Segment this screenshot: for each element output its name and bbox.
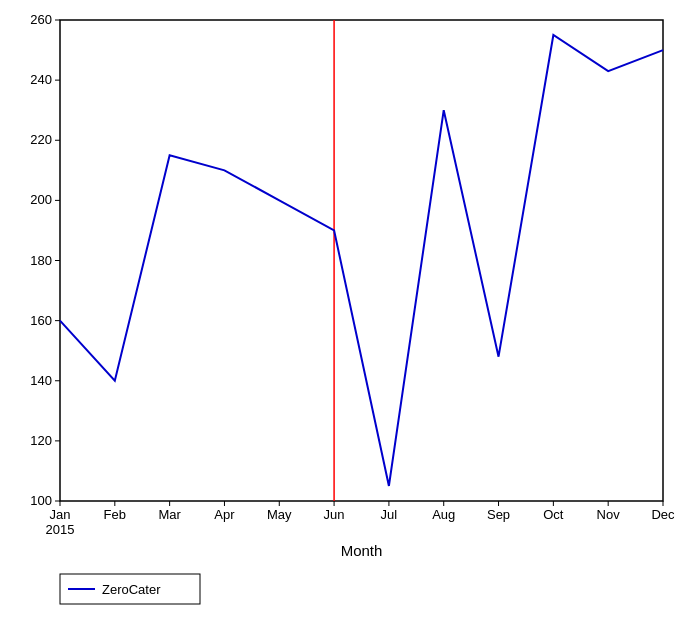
x-tick-label: Oct — [543, 507, 564, 522]
x-tick-label: Jan — [50, 507, 71, 522]
y-tick-label: 260 — [30, 12, 52, 27]
x-tick-label: Jun — [324, 507, 345, 522]
y-tick-label: 120 — [30, 433, 52, 448]
legend-label: ZeroCater — [102, 582, 161, 597]
chart-container: 100120140160180200220240260Jan2015FebMar… — [0, 0, 693, 621]
y-tick-label: 100 — [30, 493, 52, 508]
line-chart: 100120140160180200220240260Jan2015FebMar… — [0, 0, 693, 621]
x-tick-label: Mar — [158, 507, 181, 522]
x-tick-label: Aug — [432, 507, 455, 522]
x-tick-label: Sep — [487, 507, 510, 522]
x-tick-label: Feb — [104, 507, 126, 522]
chart-area — [60, 20, 663, 501]
x-tick-label: Apr — [214, 507, 235, 522]
y-tick-label: 200 — [30, 192, 52, 207]
y-tick-label: 160 — [30, 313, 52, 328]
y-tick-label: 140 — [30, 373, 52, 388]
x-tick-label: Dec — [651, 507, 675, 522]
x-tick-label: Jul — [381, 507, 398, 522]
x-tick-label-year: 2015 — [46, 522, 75, 537]
y-tick-label: 180 — [30, 253, 52, 268]
x-axis-label: Month — [341, 542, 383, 559]
y-tick-label: 220 — [30, 132, 52, 147]
y-tick-label: 240 — [30, 72, 52, 87]
x-tick-label: Nov — [597, 507, 621, 522]
x-tick-label: May — [267, 507, 292, 522]
